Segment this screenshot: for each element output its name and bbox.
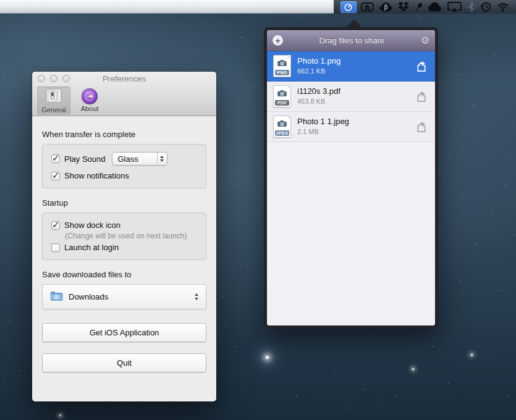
file-row[interactable]: PNG Photo 1.png 662.1 KB — [267, 51, 435, 82]
title-bar[interactable]: Preferences — [32, 72, 216, 85]
droplr-app-icon[interactable] — [340, 0, 357, 14]
svg-text:β: β — [384, 3, 388, 10]
up-arrow-icon — [195, 293, 198, 296]
file-type-badge: PDF — [275, 100, 289, 106]
cloud-icon[interactable] — [428, 0, 442, 14]
share-icon[interactable] — [415, 91, 428, 102]
menu-bar-empty-area — [0, 0, 334, 14]
preferences-toolbar: General About — [32, 85, 216, 115]
play-sound-label: Play Sound — [64, 154, 106, 164]
about-icon — [82, 88, 98, 104]
bright-star — [59, 414, 61, 416]
menu-bar: β — [0, 0, 516, 14]
launch-at-login-checkbox[interactable] — [51, 243, 60, 252]
pdf-file-icon: PDF — [273, 85, 291, 107]
transfer-groupbox: Play Sound Glass Show notifications — [42, 144, 206, 188]
file-size: 453.8 KB — [297, 97, 415, 106]
downloads-folder-icon — [50, 291, 63, 303]
eject-icon[interactable] — [361, 0, 374, 14]
bright-star — [266, 356, 269, 359]
droplr-app-icon-highlight — [340, 1, 357, 13]
startup-heading: Startup — [42, 198, 206, 208]
show-dock-icon-label: Show dock icon — [64, 220, 121, 230]
switch-icon — [46, 88, 62, 106]
bluetooth-icon[interactable] — [467, 0, 476, 14]
show-dock-icon-checkbox[interactable] — [51, 221, 60, 230]
traffic-lights — [38, 75, 70, 82]
file-list-empty-area — [267, 142, 435, 326]
file-type-badge: JPEG — [275, 130, 289, 136]
file-info: Photo 1.png 662.1 KB — [297, 56, 415, 75]
file-info: i1120s 3.pdf 453.8 KB — [297, 86, 415, 106]
show-notifications-label: Show notifications — [64, 171, 129, 180]
save-folder-select[interactable]: Downloads — [42, 284, 206, 309]
wifi-icon[interactable] — [497, 0, 509, 14]
tab-general-label: General — [41, 106, 66, 114]
tab-about-label: About — [81, 105, 99, 112]
jpeg-file-icon: JPEG — [273, 116, 291, 138]
quit-button[interactable]: Quit — [42, 353, 206, 372]
file-name: Photo 1.png — [297, 56, 415, 67]
popover-title: Drag files to share — [283, 36, 421, 45]
preferences-header: Preferences General About — [32, 72, 216, 116]
close-button[interactable] — [38, 75, 45, 82]
play-sound-checkbox[interactable] — [51, 154, 60, 163]
file-list: PNG Photo 1.png 662.1 KB PDF i1120s 3.pd… — [267, 51, 435, 326]
beta-hat-icon[interactable]: β — [379, 0, 393, 14]
file-size: 662.1 KB — [297, 67, 415, 75]
file-info: Photo 1 1.jpeg 2.1 MB — [297, 117, 415, 136]
preferences-window: Preferences General About When transfer … — [32, 72, 216, 401]
share-popover-inner: + Drag files to share ⚙ PNG Photo 1.png … — [267, 30, 435, 326]
share-icon[interactable] — [415, 121, 428, 132]
down-arrow-icon — [160, 159, 164, 162]
save-folder-value: Downloads — [69, 292, 195, 301]
sound-select-value: Glass — [112, 154, 157, 164]
dock-icon-note: (Change will be used on next launch) — [65, 232, 197, 240]
share-popover: + Drag files to share ⚙ PNG Photo 1.png … — [264, 27, 438, 329]
file-row[interactable]: PDF i1120s 3.pdf 453.8 KB — [267, 82, 435, 112]
file-size: 2.1 MB — [297, 127, 415, 136]
add-file-button[interactable]: + — [273, 35, 283, 46]
sound-select-stepper — [157, 153, 167, 165]
preferences-content: When transfer is complete Play Sound Gla… — [32, 116, 216, 372]
up-arrow-icon — [160, 156, 164, 158]
zoom-button[interactable] — [62, 75, 70, 82]
bright-star — [412, 368, 414, 370]
save-to-heading: Save downloaded files to — [42, 270, 206, 279]
share-icon[interactable] — [415, 61, 428, 72]
menu-bar-status-icons: β — [334, 0, 516, 14]
time-machine-icon[interactable] — [481, 0, 492, 14]
file-row[interactable]: JPEG Photo 1 1.jpeg 2.1 MB — [267, 112, 435, 142]
transfer-heading: When transfer is complete — [42, 130, 206, 139]
png-file-icon: PNG — [273, 55, 291, 77]
file-name: Photo 1 1.jpeg — [297, 117, 415, 127]
dropbox-icon[interactable] — [398, 0, 409, 14]
file-name: i1120s 3.pdf — [297, 86, 415, 97]
gear-icon[interactable]: ⚙ — [421, 36, 429, 46]
tab-about[interactable]: About — [73, 86, 106, 114]
get-ios-application-button[interactable]: Get iOS Application — [42, 323, 206, 342]
popover-header: + Drag files to share ⚙ — [267, 30, 435, 51]
startup-groupbox: Show dock icon (Change will be used on n… — [42, 212, 206, 260]
show-notifications-checkbox[interactable] — [51, 172, 60, 180]
sound-select[interactable]: Glass — [112, 152, 167, 166]
launch-at-login-label: Launch at login — [64, 243, 119, 252]
minimize-button[interactable] — [50, 75, 57, 82]
down-arrow-icon — [195, 298, 198, 300]
tab-general[interactable]: General — [37, 86, 70, 115]
folder-select-stepper — [195, 293, 198, 300]
file-type-badge: PNG — [275, 70, 289, 75]
bright-star — [471, 354, 473, 356]
pushpin-icon[interactable] — [414, 0, 423, 14]
airplay-icon[interactable] — [447, 0, 462, 14]
